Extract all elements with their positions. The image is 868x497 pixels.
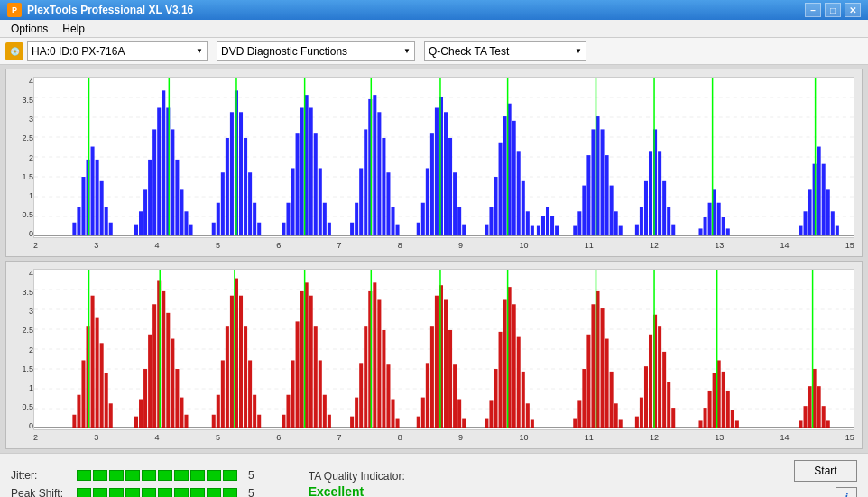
svg-rect-238 <box>605 339 609 428</box>
svg-rect-180 <box>253 395 256 428</box>
svg-rect-41 <box>244 138 247 235</box>
peak-shift-meter <box>77 488 237 498</box>
menu-options[interactable]: Options <box>4 21 55 37</box>
svg-rect-245 <box>644 366 648 428</box>
svg-rect-121 <box>698 228 702 235</box>
ps-seg-7 <box>174 488 189 498</box>
svg-rect-123 <box>708 203 712 235</box>
svg-rect-71 <box>421 203 425 235</box>
svg-rect-200 <box>373 282 376 428</box>
svg-rect-196 <box>355 398 358 428</box>
svg-rect-233 <box>582 369 586 428</box>
svg-rect-35 <box>217 203 220 235</box>
info-button[interactable]: i <box>836 487 857 498</box>
svg-rect-61 <box>364 129 367 235</box>
svg-rect-37 <box>226 138 229 235</box>
svg-rect-243 <box>635 417 639 428</box>
svg-rect-195 <box>350 417 354 428</box>
svg-rect-208 <box>421 398 425 428</box>
svg-rect-169 <box>184 415 188 428</box>
svg-rect-159 <box>139 400 143 428</box>
svg-rect-103 <box>591 129 595 235</box>
svg-rect-133 <box>817 147 821 236</box>
svg-rect-268 <box>822 406 826 428</box>
svg-rect-152 <box>91 296 95 428</box>
svg-rect-160 <box>143 369 147 428</box>
top-chart-y-axis: 4 3.5 3 2.5 2 1.5 1 0.5 0 <box>10 77 33 238</box>
jitter-seg-6 <box>158 470 172 481</box>
svg-rect-48 <box>291 168 295 235</box>
peak-shift-row: Peak Shift: 5 <box>11 487 254 498</box>
svg-rect-235 <box>591 304 595 428</box>
test-selector-arrow: ▼ <box>575 47 582 55</box>
svg-rect-72 <box>426 168 429 235</box>
function-selector[interactable]: DVD Diagnostic Functions ▼ <box>217 41 415 61</box>
svg-rect-228 <box>526 403 530 428</box>
svg-rect-26 <box>162 90 165 235</box>
svg-rect-155 <box>105 373 108 428</box>
ps-seg-5 <box>142 488 156 498</box>
svg-rect-25 <box>157 107 161 235</box>
svg-rect-193 <box>328 415 331 428</box>
function-selector-value: DVD Diagnostic Functions <box>221 45 347 58</box>
test-selector[interactable]: Q-Check TA Test ▼ <box>424 41 586 61</box>
svg-rect-125 <box>717 203 721 235</box>
close-button[interactable]: ✕ <box>845 3 861 17</box>
svg-rect-28 <box>171 129 174 235</box>
top-chart: 4 3.5 3 2.5 2 1.5 1 0.5 0 <box>5 69 863 257</box>
minimize-button[interactable]: – <box>805 3 821 17</box>
svg-rect-101 <box>582 186 586 235</box>
svg-rect-105 <box>601 129 605 235</box>
svg-rect-211 <box>435 296 439 428</box>
svg-rect-24 <box>152 129 156 235</box>
ps-seg-8 <box>190 488 205 498</box>
svg-rect-96 <box>546 207 549 236</box>
svg-rect-161 <box>148 335 152 428</box>
svg-rect-116 <box>658 151 661 235</box>
svg-rect-42 <box>248 172 252 235</box>
svg-rect-92 <box>531 226 534 236</box>
svg-rect-49 <box>296 133 300 235</box>
start-button[interactable]: Start <box>794 460 857 482</box>
title-bar: P PlexTools Professional XL V3.16 – □ ✕ <box>0 0 868 20</box>
svg-rect-43 <box>253 203 256 235</box>
svg-rect-186 <box>296 321 300 428</box>
svg-rect-240 <box>614 403 618 428</box>
maximize-button[interactable]: □ <box>825 3 841 17</box>
svg-rect-269 <box>826 420 830 428</box>
jitter-seg-8 <box>190 470 205 481</box>
svg-rect-130 <box>804 211 808 235</box>
svg-rect-259 <box>726 391 730 428</box>
svg-rect-234 <box>586 335 590 428</box>
svg-rect-108 <box>614 211 618 235</box>
svg-rect-254 <box>704 408 707 428</box>
svg-rect-46 <box>282 223 285 235</box>
ps-seg-2 <box>93 488 107 498</box>
svg-rect-207 <box>417 417 420 428</box>
svg-rect-40 <box>239 112 243 235</box>
svg-rect-164 <box>162 291 165 428</box>
svg-rect-154 <box>100 343 104 428</box>
svg-rect-137 <box>836 226 839 236</box>
menu-help[interactable]: Help <box>55 21 92 37</box>
svg-rect-261 <box>735 420 739 428</box>
svg-rect-91 <box>526 211 530 235</box>
svg-rect-129 <box>799 226 802 236</box>
svg-rect-53 <box>314 133 318 235</box>
drive-selector[interactable]: HA:0 ID:0 PX-716A ▼ <box>27 41 208 61</box>
jitter-label: Jitter: <box>11 469 69 482</box>
svg-rect-47 <box>286 203 290 235</box>
bottom-chart-inner <box>33 269 854 430</box>
svg-rect-63 <box>373 95 376 235</box>
jitter-seg-7 <box>174 470 189 481</box>
jitter-seg-10 <box>223 470 237 481</box>
svg-rect-264 <box>804 406 808 428</box>
menu-bar: Options Help <box>0 20 868 38</box>
svg-rect-158 <box>134 417 138 428</box>
svg-rect-60 <box>359 168 363 235</box>
svg-rect-172 <box>217 395 220 428</box>
svg-rect-226 <box>517 337 521 428</box>
svg-rect-223 <box>503 299 507 428</box>
svg-rect-15 <box>96 160 99 235</box>
jitter-seg-4 <box>125 470 140 481</box>
